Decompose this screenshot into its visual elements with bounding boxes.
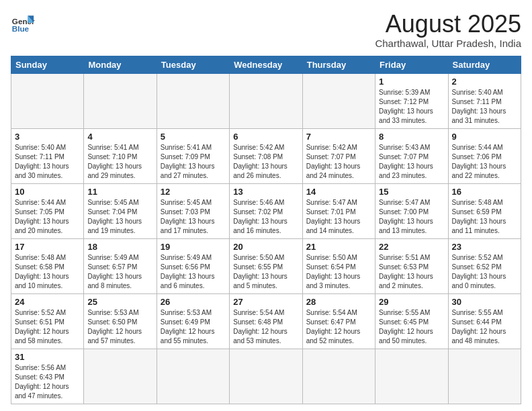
calendar-cell: 5Sunrise: 5:41 AM Sunset: 7:09 PM Daylig…: [157, 128, 229, 183]
day-number: 30: [452, 297, 517, 307]
day-info: Sunrise: 5:45 AM Sunset: 7:03 PM Dayligh…: [161, 198, 226, 236]
day-info: Sunrise: 5:52 AM Sunset: 6:51 PM Dayligh…: [15, 308, 80, 346]
calendar-cell: 30Sunrise: 5:55 AM Sunset: 6:44 PM Dayli…: [448, 293, 521, 349]
calendar-cell: 6Sunrise: 5:42 AM Sunset: 7:08 PM Daylig…: [230, 128, 302, 183]
calendar-cell: 18Sunrise: 5:49 AM Sunset: 6:57 PM Dayli…: [84, 238, 157, 293]
calendar-cell: [157, 349, 229, 404]
day-number: 7: [306, 132, 371, 142]
day-info: Sunrise: 5:43 AM Sunset: 7:07 PM Dayligh…: [379, 143, 444, 181]
calendar-cell: 31Sunrise: 5:56 AM Sunset: 6:43 PM Dayli…: [11, 349, 84, 404]
day-info: Sunrise: 5:49 AM Sunset: 6:57 PM Dayligh…: [87, 253, 152, 291]
header: General Blue August 2025 Charthawal, Utt…: [11, 11, 521, 49]
title-area: August 2025 Charthawal, Uttar Pradesh, I…: [375, 11, 521, 49]
day-number: 10: [15, 187, 80, 197]
calendar-week-row: 1Sunrise: 5:39 AM Sunset: 7:12 PM Daylig…: [11, 73, 521, 128]
svg-text:Blue: Blue: [12, 24, 30, 33]
day-number: 12: [161, 187, 226, 197]
calendar-cell: 1Sunrise: 5:39 AM Sunset: 7:12 PM Daylig…: [375, 73, 448, 128]
logo-icon: General Blue: [11, 11, 35, 35]
calendar-cell: 13Sunrise: 5:46 AM Sunset: 7:02 PM Dayli…: [230, 183, 302, 238]
calendar-week-row: 10Sunrise: 5:44 AM Sunset: 7:05 PM Dayli…: [11, 183, 521, 238]
calendar-cell: 11Sunrise: 5:45 AM Sunset: 7:04 PM Dayli…: [84, 183, 157, 238]
calendar-header: SundayMondayTuesdayWednesdayThursdayFrid…: [11, 56, 521, 73]
day-info: Sunrise: 5:49 AM Sunset: 6:56 PM Dayligh…: [161, 253, 226, 291]
day-info: Sunrise: 5:48 AM Sunset: 6:58 PM Dayligh…: [15, 253, 80, 291]
logo: General Blue: [11, 11, 35, 35]
weekday-header: Sunday: [11, 56, 84, 73]
day-info: Sunrise: 5:48 AM Sunset: 6:59 PM Dayligh…: [452, 198, 517, 236]
calendar-week-row: 3Sunrise: 5:40 AM Sunset: 7:11 PM Daylig…: [11, 128, 521, 183]
day-info: Sunrise: 5:41 AM Sunset: 7:10 PM Dayligh…: [87, 143, 152, 181]
calendar-cell: 20Sunrise: 5:50 AM Sunset: 6:55 PM Dayli…: [230, 238, 302, 293]
day-info: Sunrise: 5:55 AM Sunset: 6:44 PM Dayligh…: [452, 308, 517, 346]
day-info: Sunrise: 5:40 AM Sunset: 7:11 PM Dayligh…: [452, 88, 517, 126]
day-info: Sunrise: 5:50 AM Sunset: 6:54 PM Dayligh…: [306, 253, 371, 291]
day-info: Sunrise: 5:47 AM Sunset: 7:01 PM Dayligh…: [306, 198, 371, 236]
day-info: Sunrise: 5:51 AM Sunset: 6:53 PM Dayligh…: [379, 253, 444, 291]
calendar-cell: 23Sunrise: 5:52 AM Sunset: 6:52 PM Dayli…: [448, 238, 521, 293]
calendar-cell: [157, 73, 229, 128]
day-number: 26: [161, 297, 226, 307]
calendar-body: 1Sunrise: 5:39 AM Sunset: 7:12 PM Daylig…: [11, 73, 521, 404]
calendar-table: SundayMondayTuesdayWednesdayThursdayFrid…: [11, 56, 521, 404]
day-info: Sunrise: 5:39 AM Sunset: 7:12 PM Dayligh…: [379, 88, 444, 126]
calendar-cell: [302, 73, 375, 128]
calendar-cell: 9Sunrise: 5:44 AM Sunset: 7:06 PM Daylig…: [448, 128, 521, 183]
day-info: Sunrise: 5:40 AM Sunset: 7:11 PM Dayligh…: [15, 143, 80, 181]
calendar-cell: 24Sunrise: 5:52 AM Sunset: 6:51 PM Dayli…: [11, 293, 84, 349]
weekday-header: Thursday: [302, 56, 375, 73]
day-number: 3: [15, 132, 80, 142]
calendar-cell: 14Sunrise: 5:47 AM Sunset: 7:01 PM Dayli…: [302, 183, 375, 238]
calendar-cell: 15Sunrise: 5:47 AM Sunset: 7:00 PM Dayli…: [375, 183, 448, 238]
day-number: 14: [306, 187, 371, 197]
day-number: 5: [161, 132, 226, 142]
day-info: Sunrise: 5:54 AM Sunset: 6:48 PM Dayligh…: [233, 308, 298, 346]
calendar-cell: 22Sunrise: 5:51 AM Sunset: 6:53 PM Dayli…: [375, 238, 448, 293]
calendar-cell: 2Sunrise: 5:40 AM Sunset: 7:11 PM Daylig…: [448, 73, 521, 128]
day-number: 2: [452, 77, 517, 87]
day-info: Sunrise: 5:53 AM Sunset: 6:49 PM Dayligh…: [161, 308, 226, 346]
day-info: Sunrise: 5:50 AM Sunset: 6:55 PM Dayligh…: [233, 253, 298, 291]
day-number: 28: [306, 297, 371, 307]
calendar-title: August 2025: [375, 11, 521, 38]
calendar-cell: 26Sunrise: 5:53 AM Sunset: 6:49 PM Dayli…: [157, 293, 229, 349]
day-info: Sunrise: 5:45 AM Sunset: 7:04 PM Dayligh…: [87, 198, 152, 236]
calendar-cell: [11, 73, 84, 128]
day-info: Sunrise: 5:41 AM Sunset: 7:09 PM Dayligh…: [161, 143, 226, 181]
day-number: 24: [15, 297, 80, 307]
calendar-cell: 27Sunrise: 5:54 AM Sunset: 6:48 PM Dayli…: [230, 293, 302, 349]
weekday-header: Saturday: [448, 56, 521, 73]
calendar-cell: 8Sunrise: 5:43 AM Sunset: 7:07 PM Daylig…: [375, 128, 448, 183]
calendar-cell: [84, 73, 157, 128]
calendar-cell: 10Sunrise: 5:44 AM Sunset: 7:05 PM Dayli…: [11, 183, 84, 238]
calendar-cell: 4Sunrise: 5:41 AM Sunset: 7:10 PM Daylig…: [84, 128, 157, 183]
day-info: Sunrise: 5:46 AM Sunset: 7:02 PM Dayligh…: [233, 198, 298, 236]
day-number: 17: [15, 242, 80, 252]
calendar-subtitle: Charthawal, Uttar Pradesh, India: [375, 38, 521, 49]
calendar-cell: [302, 349, 375, 404]
day-number: 6: [233, 132, 298, 142]
calendar-cell: 21Sunrise: 5:50 AM Sunset: 6:54 PM Dayli…: [302, 238, 375, 293]
calendar-cell: 29Sunrise: 5:55 AM Sunset: 6:45 PM Dayli…: [375, 293, 448, 349]
day-number: 1: [379, 77, 444, 87]
calendar-cell: 19Sunrise: 5:49 AM Sunset: 6:56 PM Dayli…: [157, 238, 229, 293]
day-number: 31: [15, 352, 80, 362]
day-info: Sunrise: 5:42 AM Sunset: 7:07 PM Dayligh…: [306, 143, 371, 181]
calendar-week-row: 31Sunrise: 5:56 AM Sunset: 6:43 PM Dayli…: [11, 349, 521, 404]
day-number: 22: [379, 242, 444, 252]
calendar-cell: 17Sunrise: 5:48 AM Sunset: 6:58 PM Dayli…: [11, 238, 84, 293]
day-number: 27: [233, 297, 298, 307]
calendar-cell: 25Sunrise: 5:53 AM Sunset: 6:50 PM Dayli…: [84, 293, 157, 349]
calendar-cell: [230, 73, 302, 128]
day-number: 23: [452, 242, 517, 252]
calendar-cell: [375, 349, 448, 404]
calendar-cell: [230, 349, 302, 404]
day-number: 13: [233, 187, 298, 197]
day-number: 15: [379, 187, 444, 197]
calendar-cell: [448, 349, 521, 404]
calendar-cell: 28Sunrise: 5:54 AM Sunset: 6:47 PM Dayli…: [302, 293, 375, 349]
day-number: 11: [87, 187, 152, 197]
day-info: Sunrise: 5:54 AM Sunset: 6:47 PM Dayligh…: [306, 308, 371, 346]
day-number: 18: [87, 242, 152, 252]
calendar-cell: 3Sunrise: 5:40 AM Sunset: 7:11 PM Daylig…: [11, 128, 84, 183]
